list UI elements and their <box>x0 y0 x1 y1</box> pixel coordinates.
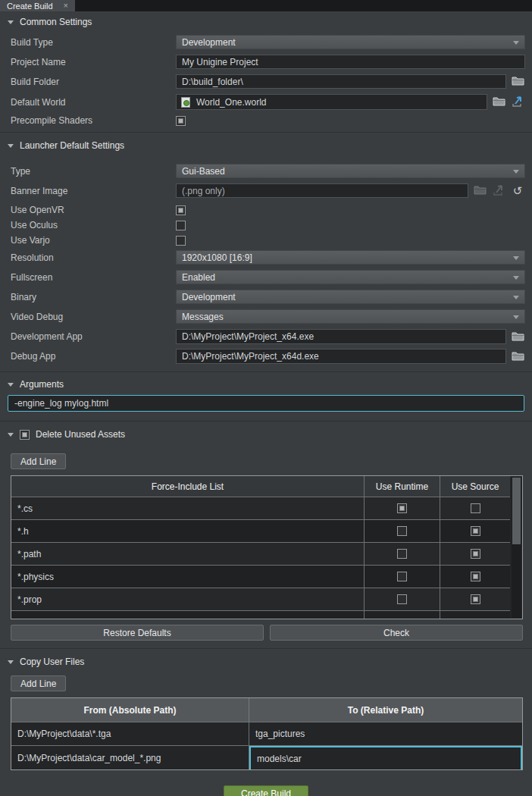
arguments-input[interactable] <box>8 395 524 412</box>
to-path-cell[interactable]: tga_pictures <box>249 722 522 746</box>
resolution-dropdown[interactable]: 1920x1080 [16:9] <box>176 250 525 265</box>
pattern-cell[interactable]: *.path <box>11 543 365 566</box>
dropdown-value: Enabled <box>182 272 215 283</box>
development-app-input[interactable] <box>176 329 506 344</box>
launcher-type-dropdown[interactable]: Gui-Based <box>176 164 525 178</box>
browse-banner-button[interactable] <box>472 184 487 198</box>
tab-close-icon[interactable]: × <box>64 2 68 10</box>
table-row: *.prop <box>11 588 510 611</box>
chevron-down-icon <box>513 41 519 45</box>
field-label: Binary <box>11 292 176 302</box>
table-row: *.cs <box>11 497 510 520</box>
tab-create-build[interactable]: Create Build × <box>0 0 75 11</box>
field-precompile-shaders: Precompile Shaders <box>11 115 525 126</box>
field-video-debug: Video Debug Messages <box>11 309 525 324</box>
use-source-checkbox[interactable] <box>471 526 480 536</box>
table-row: *.h <box>11 520 510 543</box>
chevron-down-icon <box>513 276 519 280</box>
pattern-cell[interactable]: *.physics <box>11 566 365 588</box>
section-title: Copy User Files <box>20 657 84 667</box>
pattern-cell[interactable]: *.prop <box>11 588 365 611</box>
section-header-arguments[interactable]: Arguments <box>8 378 532 390</box>
precompile-shaders-checkbox[interactable] <box>176 116 186 126</box>
section-title: Launcher Default Settings <box>20 140 124 151</box>
section-header-delete-unused-assets[interactable]: Delete Unused Assets <box>8 428 532 440</box>
field-label: Debug App <box>11 351 176 362</box>
column-header: Use Runtime <box>365 476 440 497</box>
field-use-openvr: Use OpenVR <box>11 205 525 215</box>
dropdown-value: 1920x1080 [16:9] <box>182 252 252 263</box>
debug-app-input[interactable] <box>176 349 506 364</box>
browse-folder-button[interactable] <box>510 75 525 89</box>
section-title: Arguments <box>20 379 64 390</box>
section-header-copy-user-files[interactable]: Copy User Files <box>8 656 532 668</box>
chevron-down-icon <box>513 296 519 299</box>
field-label: Fullscreen <box>11 272 176 283</box>
pattern-cell[interactable]: *.h <box>11 520 365 543</box>
field-label: Video Debug <box>11 312 176 322</box>
field-default-world: Default World World_One.world <box>11 94 525 110</box>
build-type-dropdown[interactable]: Development <box>176 35 525 49</box>
fullscreen-dropdown[interactable]: Enabled <box>176 270 525 284</box>
use-source-checkbox[interactable] <box>471 549 480 559</box>
pattern-cell[interactable]: *.cs <box>11 497 365 520</box>
add-line-button[interactable]: Add Line <box>11 675 66 691</box>
build-folder-input[interactable] <box>176 74 506 89</box>
use-openvr-checkbox[interactable] <box>176 205 186 215</box>
binary-dropdown[interactable]: Development <box>176 290 525 304</box>
section-header-launcher-settings[interactable]: Launcher Default Settings <box>8 139 532 152</box>
field-banner-image: Banner Image ↺ <box>11 183 525 198</box>
default-world-field[interactable]: World_One.world <box>176 94 487 110</box>
use-runtime-checkbox[interactable] <box>397 549 407 559</box>
chevron-down-icon <box>513 315 519 319</box>
pattern-cell[interactable] <box>11 611 365 619</box>
restore-defaults-button[interactable]: Restore Defaults <box>11 625 264 641</box>
assign-asset-button[interactable] <box>510 96 525 109</box>
field-label: Precompile Shaders <box>11 115 176 126</box>
field-label: Type <box>11 166 176 177</box>
default-world-value: World_One.world <box>196 97 266 108</box>
field-label: Use OpenVR <box>11 205 176 215</box>
collapse-arrow-icon <box>8 383 14 387</box>
from-path-cell[interactable]: D:\MyProject\data\car_model_*.png <box>11 746 249 769</box>
use-oculus-checkbox[interactable] <box>176 221 186 230</box>
use-runtime-checkbox[interactable] <box>397 594 407 604</box>
section-divider <box>0 421 532 422</box>
from-path-cell[interactable]: D:\MyProject\data\*.tga <box>11 722 249 746</box>
browse-world-button[interactable] <box>491 96 506 109</box>
tab-title: Create Build <box>7 2 53 11</box>
use-varjo-checkbox[interactable] <box>176 236 186 246</box>
use-runtime-checkbox[interactable] <box>397 503 407 513</box>
video-debug-dropdown[interactable]: Messages <box>176 309 525 324</box>
add-line-button[interactable]: Add Line <box>11 453 66 469</box>
field-label: Use Oculus <box>11 220 176 230</box>
reset-banner-button[interactable]: ↺ <box>510 184 525 198</box>
dropdown-value: Development <box>182 292 236 302</box>
section-divider <box>0 648 532 649</box>
assign-banner-button[interactable] <box>491 184 506 198</box>
column-header: To (Relative Path) <box>249 698 522 722</box>
project-name-input[interactable] <box>176 55 525 69</box>
table-scrollbar[interactable] <box>512 477 521 618</box>
use-runtime-checkbox[interactable] <box>397 526 407 536</box>
table-row: *.path <box>11 543 510 566</box>
use-source-checkbox[interactable] <box>471 572 480 581</box>
check-button[interactable]: Check <box>270 625 523 641</box>
banner-image-input[interactable] <box>176 183 468 198</box>
use-source-checkbox[interactable] <box>471 594 480 604</box>
field-label: Banner Image <box>11 186 176 196</box>
folder-icon <box>474 184 487 197</box>
use-runtime-checkbox[interactable] <box>397 572 407 581</box>
table-header-row: Force-Include List Use Runtime Use Sourc… <box>11 476 510 497</box>
dropdown-value: Development <box>182 37 236 48</box>
use-source-checkbox[interactable] <box>471 503 480 513</box>
scrollbar-thumb[interactable] <box>512 478 521 544</box>
field-label: Use Varjo <box>11 235 176 246</box>
delete-unused-assets-checkbox[interactable] <box>20 430 30 440</box>
section-header-common-settings[interactable]: Common Settings <box>8 16 532 28</box>
to-path-cell[interactable]: models\car <box>249 746 522 769</box>
create-build-button[interactable]: Create Build <box>224 785 308 796</box>
browse-debug-app-button[interactable] <box>510 349 525 363</box>
browse-development-app-button[interactable] <box>510 330 525 343</box>
field-binary: Binary Development <box>11 290 525 304</box>
